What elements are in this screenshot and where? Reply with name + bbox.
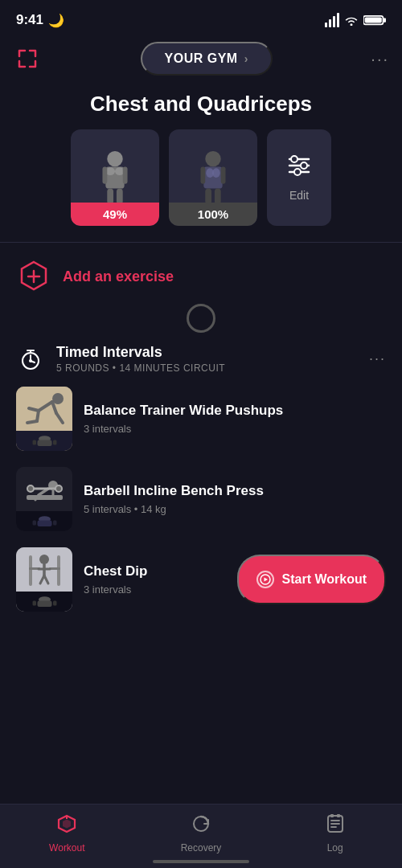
exercise-item-2[interactable]: Barbell Incline Bench Press 5 intervals … — [0, 459, 402, 539]
gym-button[interactable]: YOUR GYM › — [141, 42, 273, 76]
timed-title: Timed Intervals — [56, 344, 358, 361]
exercise-item-3[interactable]: Chest Dip 3 intervals Start Workout — [0, 539, 402, 620]
svg-rect-16 — [221, 166, 226, 183]
svg-rect-1 — [384, 18, 387, 22]
svg-rect-2 — [365, 18, 382, 23]
exercise-sub-3: 3 intervals — [84, 583, 226, 596]
status-bar: 9:41 🌙 — [0, 0, 402, 35]
exercise-item-1[interactable]: Balance Trainer Wide Pushups 3 intervals — [0, 379, 402, 459]
svg-rect-57 — [57, 555, 60, 586]
edit-card[interactable]: Edit — [267, 129, 331, 226]
wifi-icon — [344, 14, 359, 26]
nav-item-workout[interactable]: Workout — [1, 813, 133, 854]
svg-rect-8 — [123, 166, 128, 183]
svg-rect-67 — [37, 600, 51, 607]
home-indicator — [153, 860, 249, 863]
moon-icon: 🌙 — [48, 13, 64, 28]
timed-more-icon[interactable]: ··· — [369, 350, 386, 367]
nav-item-log[interactable]: Log — [269, 813, 401, 854]
exercise-thumb-2 — [16, 467, 72, 531]
circle-dot — [187, 304, 215, 333]
muscle-front-card[interactable]: 49% — [71, 129, 159, 226]
sliders-icon — [286, 154, 312, 182]
divider — [0, 242, 402, 243]
back-percent-badge: 100% — [169, 203, 257, 226]
exercise-thumb-3 — [16, 547, 72, 612]
workout-nav-label: Workout — [49, 842, 84, 854]
add-hex-icon — [16, 259, 51, 294]
exercise-name-1: Balance Trainer Wide Pushups — [84, 403, 386, 419]
front-percent-badge: 49% — [71, 203, 159, 226]
exercise-thumb-1 — [16, 387, 72, 451]
more-options-icon[interactable]: ··· — [371, 50, 389, 68]
svg-point-49 — [27, 485, 34, 492]
svg-rect-15 — [200, 166, 205, 183]
svg-rect-54 — [32, 520, 36, 525]
start-workout-button[interactable]: Start Workout — [237, 555, 386, 604]
expand-icon[interactable] — [13, 44, 42, 73]
status-icons — [325, 13, 386, 27]
svg-line-34 — [39, 402, 52, 411]
log-nav-label: Log — [327, 842, 343, 854]
svg-rect-78 — [330, 814, 334, 817]
exercise-name-3: Chest Dip — [84, 563, 226, 579]
svg-point-60 — [39, 555, 49, 564]
top-nav: YOUR GYM › ··· — [0, 35, 402, 85]
svg-rect-56 — [29, 555, 32, 586]
muscle-back-diagram — [189, 149, 237, 206]
svg-rect-43 — [53, 440, 57, 444]
exercise-name-2: Barbell Incline Bench Press — [84, 483, 386, 499]
svg-rect-41 — [37, 440, 51, 446]
muscle-front-diagram — [91, 149, 139, 206]
status-time: 9:41 — [16, 12, 43, 28]
svg-point-14 — [212, 168, 220, 178]
circle-separator — [0, 297, 402, 339]
svg-point-20 — [291, 156, 297, 162]
svg-point-24 — [294, 169, 301, 175]
workout-nav-icon — [55, 813, 78, 839]
signal-icon — [325, 13, 339, 27]
svg-point-11 — [205, 151, 220, 166]
exercise-sub-1: 3 intervals — [84, 423, 386, 435]
exercise-info-2: Barbell Incline Bench Press 5 intervals … — [84, 483, 386, 514]
recovery-nav-label: Recovery — [181, 842, 222, 854]
muscle-back-card[interactable]: 100% — [169, 129, 257, 226]
svg-rect-12 — [203, 166, 222, 188]
svg-point-3 — [107, 151, 122, 166]
add-exercise-label: Add an exercise — [63, 268, 174, 285]
timer-icon — [16, 345, 45, 374]
battery-icon — [363, 14, 386, 26]
add-exercise-row[interactable]: Add an exercise — [0, 252, 402, 297]
svg-rect-42 — [32, 440, 36, 444]
gym-label: YOUR GYM — [165, 51, 238, 66]
svg-line-39 — [56, 413, 63, 423]
chevron-right-icon: › — [244, 52, 248, 65]
recovery-nav-icon — [190, 813, 212, 839]
edit-label: Edit — [289, 189, 309, 202]
exercise-info-3: Chest Dip 3 intervals — [84, 563, 226, 595]
muscle-section: 49% 100% Edit — [0, 129, 402, 232]
svg-rect-53 — [37, 520, 51, 526]
nav-item-recovery[interactable]: Recovery — [134, 813, 267, 854]
svg-rect-69 — [53, 600, 57, 605]
svg-rect-44 — [27, 495, 63, 500]
workout-title: Chest and Quadriceps — [0, 85, 402, 129]
svg-marker-71 — [264, 578, 268, 582]
svg-point-22 — [301, 162, 307, 169]
start-workout-label: Start Workout — [282, 572, 367, 587]
timed-intervals-row[interactable]: Timed Intervals 5 ROUNDS • 14 MINUTES CI… — [0, 339, 402, 379]
svg-rect-79 — [337, 814, 340, 817]
svg-rect-55 — [53, 520, 57, 525]
exercise-sub-2: 5 intervals • 14 kg — [84, 503, 386, 515]
svg-point-32 — [29, 359, 32, 362]
bottom-nav: Workout Recovery Log — [0, 804, 402, 868]
svg-line-65 — [44, 575, 48, 583]
timed-info: Timed Intervals 5 ROUNDS • 14 MINUTES CI… — [56, 344, 358, 374]
exercise-info-1: Balance Trainer Wide Pushups 3 intervals — [84, 403, 386, 434]
svg-point-50 — [55, 485, 62, 492]
svg-line-37 — [27, 421, 37, 423]
svg-rect-68 — [32, 600, 36, 605]
timed-subtitle: 5 ROUNDS • 14 MINUTES CIRCUIT — [56, 362, 358, 374]
svg-rect-7 — [102, 166, 107, 183]
play-icon — [256, 571, 274, 588]
